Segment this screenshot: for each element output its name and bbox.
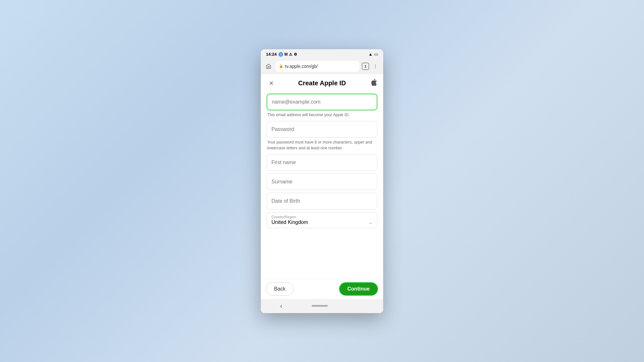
wifi-icon: ▲ (368, 52, 373, 57)
nav-back-button[interactable]: ‹ (280, 302, 282, 310)
time-display: 14:24 (266, 52, 277, 57)
status-bar: 14:24 G M ⚠ ⚙ ▲ ▭ (261, 49, 383, 60)
more-menu-button[interactable]: ⋮ (371, 62, 380, 71)
lock-icon: 🔒 (279, 64, 283, 68)
email-input[interactable] (267, 94, 377, 110)
password-input[interactable] (267, 121, 377, 138)
home-button[interactable] (264, 62, 273, 71)
browser-bar: 🔒 tv.apple.com/gb/ 1 ⋮ (261, 60, 383, 74)
tab-count[interactable]: 1 (362, 63, 369, 70)
back-button[interactable]: Back (266, 282, 294, 296)
modal-title: Create Apple ID (298, 79, 346, 87)
google-icon: G (279, 52, 283, 57)
email-hint: This email address will become your Appl… (267, 112, 377, 118)
modal-content: ✕ Create Apple ID This email address wil… (261, 74, 383, 279)
form-area: This email address will become your Appl… (261, 90, 383, 228)
country-value-row: United Kingdom ⌄ (271, 219, 373, 225)
dob-input[interactable] (267, 193, 377, 209)
continue-button[interactable]: Continue (339, 282, 378, 296)
phone-frame: 14:24 G M ⚠ ⚙ ▲ ▭ 🔒 tv.apple.com/gb/ 1 (261, 49, 383, 313)
modal-header: ✕ Create Apple ID (261, 74, 383, 90)
url-bar[interactable]: 🔒 tv.apple.com/gb/ (276, 61, 359, 72)
alert-icon: ⚠ (289, 52, 292, 57)
chevron-down-icon: ⌄ (369, 220, 373, 225)
battery-icon: ▭ (374, 52, 378, 57)
country-label: Country/Region (271, 215, 373, 219)
browser-actions: 1 ⋮ (362, 62, 380, 71)
country-value: United Kingdom (271, 219, 308, 225)
close-button[interactable]: ✕ (267, 79, 276, 88)
status-icons: G M ⚠ ⚙ (279, 52, 297, 57)
bottom-bar: Back Continue (261, 279, 383, 299)
status-right-icons: ▲ ▭ (368, 52, 378, 57)
apple-logo-icon (370, 79, 377, 88)
first-name-input[interactable] (267, 154, 377, 171)
country-selector[interactable]: Country/Region United Kingdom ⌄ (267, 212, 377, 228)
url-text: tv.apple.com/gb/ (285, 64, 318, 69)
status-time: 14:24 G M ⚠ ⚙ (266, 52, 297, 57)
navigation-bar: ‹ (261, 299, 383, 313)
surname-input[interactable] (267, 173, 377, 190)
nav-pill (312, 305, 328, 307)
password-hint: Your password must have 8 or more charac… (267, 140, 377, 151)
gmail-icon: M (284, 52, 288, 57)
settings-icon: ⚙ (294, 52, 297, 57)
